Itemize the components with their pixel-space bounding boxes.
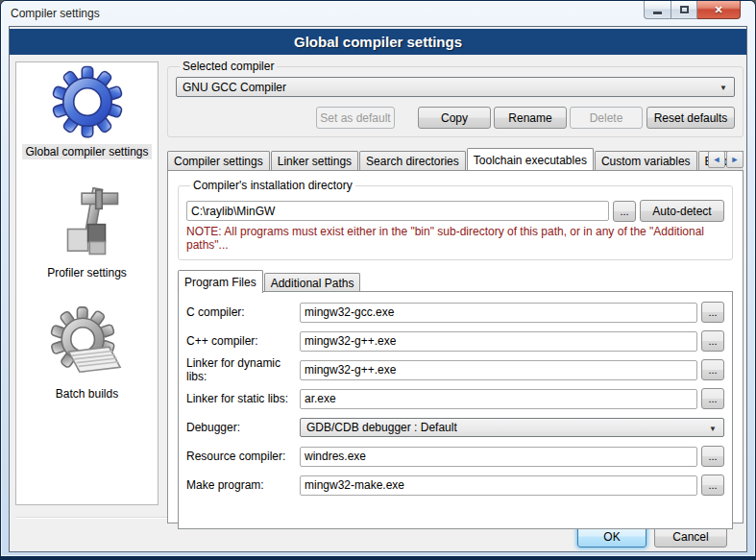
sidebar-item-global-compiler-settings[interactable]: Global compiler settings [22,64,151,159]
compiler-buttons-row: Set as default Copy Rename Delete Reset … [176,107,735,129]
window-controls: ✕ [644,1,741,19]
compiler-select-value: GNU GCC Compiler [183,81,286,94]
reset-defaults-button[interactable]: Reset defaults [646,107,735,129]
blue-gear-icon [50,64,125,139]
field-row-cpp-compiler: C++ compiler: ... [186,327,724,355]
tab-search-directories[interactable]: Search directories [359,151,466,170]
page-title: Global compiler settings [10,29,746,55]
compiler-settings-window: Compiler settings ✕ Global compiler sett… [0,0,756,560]
installation-directory-input[interactable] [186,201,609,221]
field-label: Debugger: [186,421,300,434]
debugger-select-value: GDB/CDB debugger : Default [306,421,457,434]
field-label: C compiler: [186,305,300,319]
field-label: Resource compiler: [186,450,300,463]
linker-static-input[interactable] [300,389,697,409]
tab-compiler-settings[interactable]: Compiler settings [167,151,270,170]
tab-program-files[interactable]: Program Files [178,270,263,293]
resource-compiler-input[interactable] [300,447,697,467]
sidebar-item-profiler-settings[interactable]: Profiler settings [44,185,130,280]
browse-directory-button[interactable]: ... [613,201,636,222]
field-row-c-compiler: C compiler: ... [186,298,724,327]
rename-button[interactable]: Rename [494,107,567,129]
c-compiler-input[interactable] [300,303,697,323]
field-row-make-program: Make program: ... [186,471,724,499]
titlebar: Compiler settings ✕ [1,1,755,26]
gray-gear-stack-icon [50,306,125,381]
debugger-select[interactable]: GDB/CDB debugger : Default ▼ [300,418,724,437]
field-row-resource-compiler: Resource compiler: ... [186,442,724,471]
installation-directory-row: ... Auto-detect [186,200,724,222]
minimize-icon [653,12,662,14]
copy-button[interactable]: Copy [418,107,491,129]
window-title: Compiler settings [11,7,100,20]
compiler-select[interactable]: GNU GCC Compiler ▼ [176,77,735,97]
toolchain-executables-panel: Compiler's installation directory ... Au… [167,170,744,523]
browse-button[interactable]: ... [701,302,724,323]
tab-custom-variables[interactable]: Custom variables [595,151,697,170]
chevron-down-icon: ▼ [709,425,717,433]
field-label: Make program: [186,478,300,492]
browse-button[interactable]: ... [701,359,724,380]
field-label: Linker for static libs: [186,392,300,405]
selected-compiler-group: Selected compiler GNU GCC Compiler ▼ Set… [167,60,744,137]
field-row-debugger: Debugger: GDB/CDB debugger : Default ▼ [186,413,724,442]
tab-scroll-arrows: ◄ ► [707,151,744,168]
installation-directory-legend: Compiler's installation directory [190,179,355,192]
sidebar: Global compiler settings [15,61,159,505]
caliper-icon [49,185,124,260]
close-button[interactable]: ✕ [697,1,741,19]
tab-toolchain-executables[interactable]: Toolchain executables [467,148,594,170]
auto-detect-button[interactable]: Auto-detect [640,200,724,222]
field-label: C++ compiler: [186,334,300,348]
browse-button[interactable]: ... [701,475,724,496]
sidebar-item-batch-builds[interactable]: Batch builds [50,306,125,402]
close-icon: ✕ [714,4,722,16]
delete-button: Delete [570,107,643,129]
minimize-button[interactable] [644,1,671,19]
maximize-icon [680,6,689,13]
set-as-default-button: Set as default [316,107,395,129]
browse-button[interactable]: ... [701,330,724,352]
installation-directory-group: Compiler's installation directory ... Au… [178,179,733,260]
chevron-down-icon: ▼ [719,84,727,92]
make-program-input[interactable] [300,475,697,496]
tab-scroll-right-icon[interactable]: ► [726,151,744,168]
program-files-tabstrip: Program Files Additional Paths [178,270,733,292]
sidebar-item-label: Batch builds [53,386,121,402]
browse-button[interactable]: ... [701,446,724,467]
field-label: Linker for dynamic libs: [186,356,300,383]
browse-button[interactable]: ... [701,388,724,409]
sidebar-item-label: Global compiler settings [22,144,151,159]
tab-linker-settings[interactable]: Linker settings [271,151,358,170]
field-row-linker-dynamic: Linker for dynamic libs: ... [186,355,724,384]
cpp-compiler-input[interactable] [300,331,697,352]
maximize-button[interactable] [671,1,697,19]
dialog-client-area: Global compiler settings [9,26,747,552]
tab-scroll-left-icon[interactable]: ◄ [708,151,725,168]
selected-compiler-legend: Selected compiler [180,60,277,73]
settings-tabstrip: Compiler settings Linker settings Search… [167,147,744,170]
program-files-panel: C compiler: ... C++ compiler: ... Linker… [178,291,733,529]
field-row-linker-static: Linker for static libs: ... [186,384,724,413]
installation-note: NOTE: All programs must exist either in … [186,225,724,252]
tab-additional-paths[interactable]: Additional Paths [264,273,361,292]
linker-dynamic-input[interactable] [300,360,697,380]
main-panel: Selected compiler GNU GCC Compiler ▼ Set… [167,60,744,523]
sidebar-item-label: Profiler settings [44,265,130,280]
